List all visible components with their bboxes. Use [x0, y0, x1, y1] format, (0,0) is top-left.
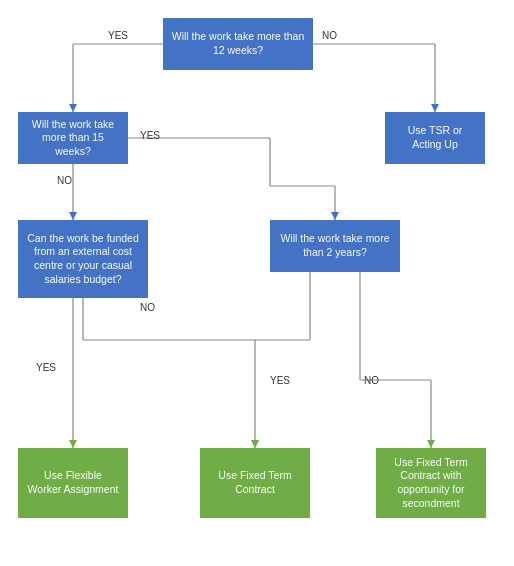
label-yes1: YES	[108, 30, 128, 41]
question-4: Can the work be funded from an external …	[18, 220, 148, 298]
label-yes4: YES	[270, 375, 290, 386]
svg-marker-5	[431, 104, 439, 112]
question-3: Will the work take more than 2 years?	[270, 220, 400, 272]
svg-marker-25	[251, 440, 259, 448]
question-2: Will the work take more than 15 weeks?	[18, 112, 128, 164]
svg-marker-24	[427, 440, 435, 448]
result-flexible-worker: Use Flexible Worker Assignment	[18, 448, 128, 518]
tsr-box: Use TSR or Acting Up	[385, 112, 485, 164]
label-yes2: YES	[140, 130, 160, 141]
label-no3: NO	[140, 302, 155, 313]
result-fixed-term: Use Fixed Term Contract	[200, 448, 310, 518]
label-no1: NO	[322, 30, 337, 41]
svg-marker-18	[251, 440, 259, 448]
svg-marker-12	[331, 212, 339, 220]
result-fixed-term-secondment: Use Fixed Term Contract with opportunity…	[376, 448, 486, 518]
question-1: Will the work take more than 12 weeks?	[163, 18, 313, 70]
flowchart: Will the work take more than 12 weeks? W…	[0, 0, 514, 566]
svg-marker-7	[69, 212, 77, 220]
svg-marker-2	[69, 104, 77, 112]
label-no4: NO	[364, 375, 379, 386]
label-yes3: YES	[36, 362, 56, 373]
svg-marker-14	[69, 440, 77, 448]
label-no2: NO	[57, 175, 72, 186]
